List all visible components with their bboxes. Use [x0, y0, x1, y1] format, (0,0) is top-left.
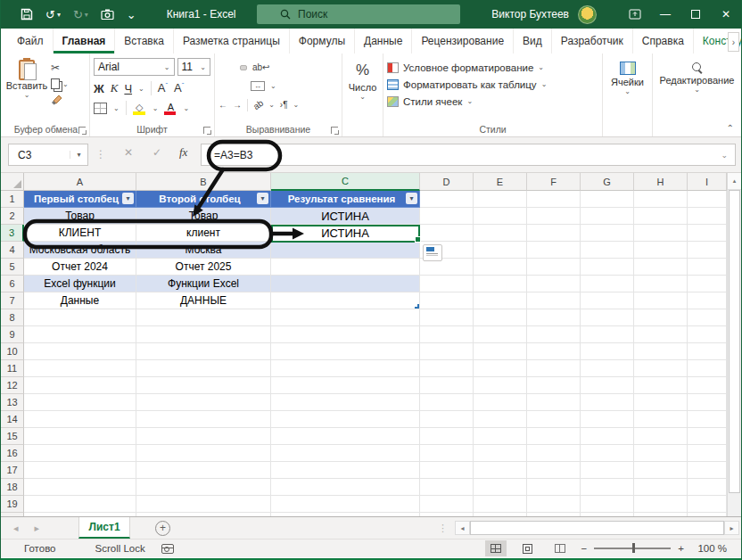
- cell-G20[interactable]: [581, 513, 634, 516]
- conditional-formatting-button[interactable]: Условное форматирование⌄: [387, 59, 598, 76]
- cell-D12[interactable]: [420, 377, 474, 394]
- zoom-in-button[interactable]: +: [678, 543, 684, 554]
- col-header-D[interactable]: D: [420, 173, 474, 191]
- cell-E17[interactable]: [474, 462, 527, 479]
- cell-B9[interactable]: [136, 326, 271, 343]
- cell-F2[interactable]: [527, 208, 581, 225]
- cell-B15[interactable]: [136, 428, 271, 445]
- cell-I14[interactable]: [688, 411, 727, 428]
- cell-A15[interactable]: [24, 428, 136, 445]
- cell-D11[interactable]: [420, 360, 474, 377]
- cell-G8[interactable]: [581, 309, 634, 326]
- cell-B7[interactable]: ДАННЫЕ: [136, 292, 271, 309]
- qat-customize-button[interactable]: ⌄: [127, 8, 136, 21]
- row-header-3[interactable]: 3: [1, 225, 24, 242]
- cell-B6[interactable]: Функции Excel: [136, 276, 271, 292]
- cell-C14[interactable]: [271, 411, 420, 428]
- maximize-button[interactable]: [680, 0, 711, 29]
- align-left-button[interactable]: [218, 85, 224, 88]
- scroll-left-button[interactable]: ◂: [455, 521, 470, 535]
- cell-C13[interactable]: [271, 394, 420, 411]
- dialog-launcher-icon[interactable]: [203, 127, 210, 134]
- align-right-button[interactable]: [240, 85, 245, 88]
- cell-F20[interactable]: [527, 513, 581, 516]
- cell-B8[interactable]: [136, 309, 271, 326]
- cell-B18[interactable]: [136, 479, 271, 496]
- wrap-text-button[interactable]: ab↩: [252, 62, 270, 72]
- cell-C15[interactable]: [271, 428, 420, 445]
- table-resize-handle[interactable]: [415, 304, 419, 309]
- cell-H16[interactable]: [634, 445, 688, 462]
- search-box[interactable]: Поиск: [257, 4, 460, 24]
- cell-C9[interactable]: [271, 326, 420, 343]
- cell-B5[interactable]: Отчет 2025: [136, 259, 271, 276]
- cell-E4[interactable]: [474, 242, 527, 259]
- zoom-slider[interactable]: [594, 548, 671, 549]
- cell-C8[interactable]: [271, 309, 420, 326]
- cell-H6[interactable]: [634, 276, 688, 292]
- cells-group[interactable]: Ячейки ⌄: [602, 54, 652, 136]
- cell-H1[interactable]: [634, 191, 688, 208]
- row-header-5[interactable]: 5: [1, 259, 24, 276]
- cell-G19[interactable]: [581, 496, 634, 513]
- quick-analysis-button[interactable]: [423, 244, 442, 261]
- cell-H11[interactable]: [634, 360, 688, 377]
- col-header-E[interactable]: E: [474, 173, 527, 191]
- vertical-scrollbar[interactable]: ▴: [727, 173, 741, 516]
- save-button[interactable]: [21, 8, 33, 21]
- cell-I19[interactable]: [688, 496, 727, 513]
- row-header-15[interactable]: 15: [1, 428, 24, 445]
- enter-button[interactable]: ✓: [153, 146, 161, 159]
- cell-A19[interactable]: [24, 496, 136, 513]
- normal-view-button[interactable]: [485, 540, 507, 556]
- cell-I9[interactable]: [688, 326, 727, 343]
- cell-A2[interactable]: Товар: [24, 208, 136, 225]
- copy-button[interactable]: ⌄: [51, 78, 69, 89]
- row-header-1[interactable]: 1: [1, 191, 24, 208]
- cell-D14[interactable]: [420, 411, 474, 428]
- cell-G16[interactable]: [581, 445, 634, 462]
- cell-E12[interactable]: [474, 377, 527, 394]
- cell-C20[interactable]: [271, 513, 420, 516]
- merge-center-button[interactable]: ↔: [251, 81, 265, 91]
- cell-D9[interactable]: [420, 326, 474, 343]
- tab-Вставка[interactable]: Вставка: [114, 29, 173, 54]
- cell-C19[interactable]: [271, 496, 420, 513]
- ribbon-display-button[interactable]: [620, 0, 650, 29]
- cut-button[interactable]: ✂: [51, 62, 69, 74]
- cell-B19[interactable]: [136, 496, 271, 513]
- avatar[interactable]: [578, 5, 597, 24]
- cell-I15[interactable]: [688, 428, 727, 445]
- cell-C17[interactable]: [271, 462, 420, 479]
- user-name[interactable]: Виктор Бухтеев: [491, 8, 569, 21]
- cell-B13[interactable]: [136, 394, 271, 411]
- redo-button[interactable]: ↻▾: [73, 8, 88, 21]
- filter-button[interactable]: ▾: [257, 193, 268, 204]
- cell-F11[interactable]: [527, 360, 581, 377]
- cell-F14[interactable]: [527, 411, 581, 428]
- cell-D8[interactable]: [420, 309, 474, 326]
- sheet-prev-icon[interactable]: ◂: [13, 523, 35, 533]
- cell-C10[interactable]: [271, 343, 420, 360]
- cell-B10[interactable]: [136, 343, 271, 360]
- cell-I20[interactable]: [688, 513, 727, 516]
- filter-button[interactable]: ▾: [122, 193, 134, 204]
- cell-H12[interactable]: [634, 377, 688, 394]
- cell-G2[interactable]: [581, 208, 634, 225]
- cell-I3[interactable]: [688, 225, 727, 242]
- cell-E10[interactable]: [474, 343, 527, 360]
- cell-B1[interactable]: Второй столбец▾: [136, 191, 271, 208]
- cell-H17[interactable]: [634, 462, 688, 479]
- row-header-8[interactable]: 8: [1, 309, 24, 326]
- cell-F4[interactable]: [527, 242, 581, 259]
- cell-E13[interactable]: [474, 394, 527, 411]
- cell-D3[interactable]: [420, 225, 474, 242]
- align-center-button[interactable]: [229, 85, 235, 88]
- decrease-font-button[interactable]: Аˇ: [174, 81, 184, 95]
- row-header-16[interactable]: 16: [1, 445, 24, 462]
- cell-B14[interactable]: [136, 411, 271, 428]
- cell-H18[interactable]: [634, 479, 688, 496]
- horizontal-scrollbar[interactable]: ⋮ ◂ ▸: [438, 521, 739, 535]
- camera-button[interactable]: [101, 9, 114, 20]
- cell-E11[interactable]: [474, 360, 527, 377]
